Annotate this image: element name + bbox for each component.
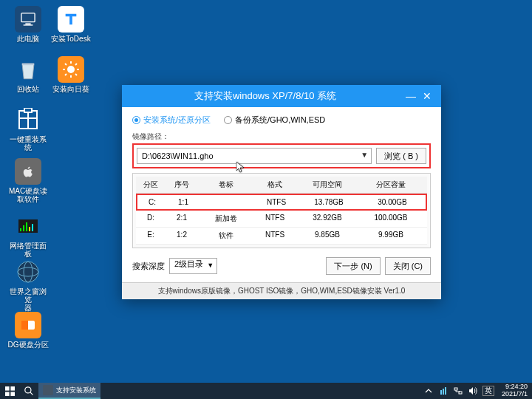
ime-icon[interactable]: 英 [482, 386, 494, 396]
icon-reinstall[interactable]: 一键重装系统 [7, 106, 49, 151]
install-dialog: 支持安装windows XP/7/8/10 系统 — ✕ 安装系统/还原分区 备… [122, 85, 441, 299]
icon-label: 此电脑 [17, 35, 39, 43]
col-index: 序号 [166, 177, 198, 193]
titlebar[interactable]: 支持安装windows XP/7/8/10 系统 — ✕ [122, 85, 441, 107]
table-header: 分区 序号 卷标 格式 可用空间 分区容量 [136, 177, 427, 194]
svg-rect-27 [21, 321, 28, 330]
radio-install-restore[interactable]: 安装系统/还原分区 [132, 115, 211, 126]
svg-line-11 [75, 64, 77, 65]
icon-label: 安装向日葵 [52, 85, 89, 93]
icon-label: DG硬盘分区 [8, 341, 49, 349]
close-dialog-button[interactable]: 关闭 (C) [385, 257, 431, 275]
col-drive: 分区 [136, 177, 166, 193]
radio-label: 备份系统/GHO,WIN,ESD [235, 115, 325, 126]
svg-rect-34 [440, 390, 442, 395]
svg-rect-15 [24, 108, 32, 112]
icon-label: 回收站 [17, 85, 39, 93]
svg-rect-20 [29, 227, 30, 231]
col-size: 分区容量 [359, 177, 423, 193]
icon-theworld-browser[interactable]: 世界之窗浏览 器 [7, 259, 49, 312]
network-icon[interactable] [453, 386, 463, 396]
svg-rect-30 [5, 392, 10, 396]
svg-rect-2 [24, 24, 33, 25]
svg-rect-0 [21, 13, 35, 22]
partition-table: 分区 序号 卷标 格式 可用空间 分区容量 C: 1:1 NTFS 13.78G… [132, 173, 431, 248]
icon-dg-partition[interactable]: DG硬盘分区 [7, 312, 49, 349]
svg-point-3 [67, 66, 75, 73]
app-icon [43, 385, 53, 395]
tray-icon[interactable] [438, 386, 449, 396]
table-row[interactable]: D: 2:1 新加卷 NTFS 32.92GB 100.00GB [136, 211, 427, 228]
svg-rect-28 [5, 386, 10, 391]
highlighted-path-row: D:\0623\WIN11.gho ▼ 浏览 ( B ) [132, 143, 431, 168]
icon-label: 世界之窗浏览 器 [7, 287, 49, 312]
svg-rect-31 [10, 392, 15, 396]
icon-todesk[interactable]: 安装ToDesk [50, 6, 92, 43]
svg-rect-17 [20, 228, 21, 231]
col-volume: 卷标 [198, 177, 254, 193]
clock-date: 2021/7/1 [502, 391, 528, 398]
col-fs: 格式 [254, 177, 296, 193]
next-button[interactable]: 下一步 (N) [326, 257, 380, 275]
svg-line-8 [65, 64, 66, 65]
close-button[interactable]: ✕ [419, 88, 435, 104]
taskbar-app-label: 支持安装系统 [56, 386, 96, 395]
dropdown-icon: ▼ [361, 151, 368, 159]
start-button[interactable] [0, 383, 19, 399]
search-button[interactable] [19, 383, 38, 399]
svg-rect-36 [445, 387, 446, 395]
icon-label: 网络管理面板 [7, 242, 49, 258]
taskbar: 支持安装系统 英 9:24:20 2021/7/1 [0, 383, 532, 399]
table-row[interactable]: C: 1:1 NTFS 13.78GB 30.00GB [136, 194, 427, 211]
image-path-dropdown[interactable]: D:\0623\WIN11.gho ▼ [137, 148, 372, 164]
tray-up-icon[interactable] [423, 386, 434, 396]
svg-line-33 [30, 392, 33, 395]
icon-network-panel[interactable]: 网络管理面板 [7, 213, 49, 258]
browse-button[interactable]: 浏览 ( B ) [376, 148, 426, 164]
svg-rect-18 [23, 225, 24, 231]
search-depth-select[interactable]: 2级目录 [169, 258, 217, 274]
icon-label: 安装ToDesk [51, 35, 90, 43]
radio-label: 安装系统/还原分区 [143, 115, 211, 126]
svg-line-9 [75, 74, 77, 75]
svg-line-10 [65, 74, 66, 75]
svg-point-32 [24, 386, 30, 392]
system-tray: 英 9:24:20 2021/7/1 [423, 383, 532, 398]
radio-backup[interactable]: 备份系统/GHO,WIN,ESD [224, 115, 325, 126]
svg-rect-35 [443, 389, 444, 395]
search-depth-label: 搜索深度 [132, 261, 165, 272]
icon-label: MAC硬盘读 取软件 [9, 187, 47, 203]
icon-this-pc[interactable]: 此电脑 [7, 6, 49, 43]
col-free: 可用空间 [296, 177, 359, 193]
svg-rect-1 [25, 23, 30, 24]
svg-rect-19 [26, 222, 27, 231]
volume-icon[interactable] [468, 386, 478, 396]
dialog-title: 支持安装windows XP/7/8/10 系统 [128, 89, 403, 103]
clock[interactable]: 9:24:20 2021/7/1 [499, 383, 528, 398]
svg-rect-37 [454, 388, 457, 390]
status-bar: 支持windows原版镜像，GHOST ISO镜像，GHO,WIM,ESD镜像安… [122, 282, 441, 299]
path-value: D:\0623\WIN11.gho [142, 151, 214, 160]
minimize-button[interactable]: — [403, 88, 419, 104]
table-row[interactable]: E: 1:2 软件 NTFS 9.85GB 9.99GB [136, 228, 427, 245]
image-path-label: 镜像路径： [132, 132, 431, 142]
icon-recycle-bin[interactable]: 回收站 [7, 56, 49, 93]
icon-sunflower[interactable]: 安装向日葵 [50, 56, 92, 93]
svg-rect-29 [10, 386, 15, 391]
icon-mac-disk[interactable]: MAC硬盘读 取软件 [7, 158, 49, 203]
icon-label: 一键重装系统 [7, 135, 49, 151]
svg-rect-21 [32, 224, 33, 231]
taskbar-active-app[interactable]: 支持安装系统 [38, 383, 100, 399]
